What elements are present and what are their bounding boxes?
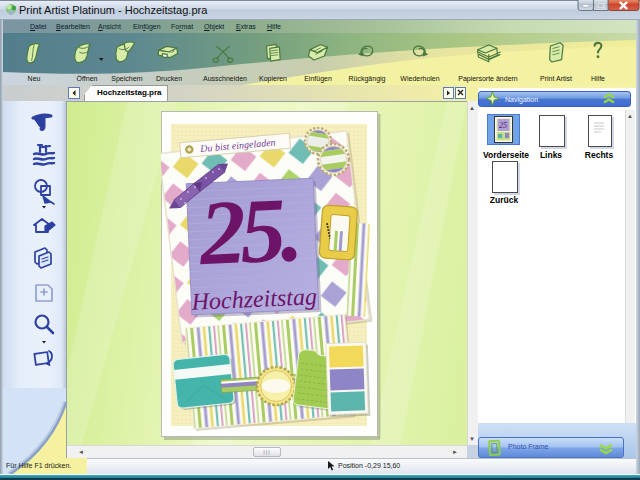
svg-text:Drucken: Drucken (156, 75, 182, 82)
svg-text:Öffnen: Öffnen (77, 75, 98, 82)
svg-text:Ausschneiden: Ausschneiden (203, 75, 247, 82)
svg-text:Wiederholen: Wiederholen (400, 75, 439, 82)
svg-text:25.: 25. (196, 178, 299, 284)
svg-text:Rückgängig: Rückgängig (349, 75, 386, 83)
svg-text:Einfügen: Einfügen (304, 75, 332, 83)
svg-text:Kopieren: Kopieren (259, 75, 287, 83)
svg-text:Speichern: Speichern (111, 75, 143, 83)
svg-text:Print Artist: Print Artist (540, 75, 572, 82)
svg-text:Hochzeitstag: Hochzeitstag (190, 283, 317, 314)
svg-text:Papiersorte ändern: Papiersorte ändern (458, 75, 518, 83)
svg-text:Neu: Neu (28, 75, 41, 82)
svg-text:Hilfe: Hilfe (591, 75, 605, 82)
svg-text:25: 25 (499, 121, 507, 130)
